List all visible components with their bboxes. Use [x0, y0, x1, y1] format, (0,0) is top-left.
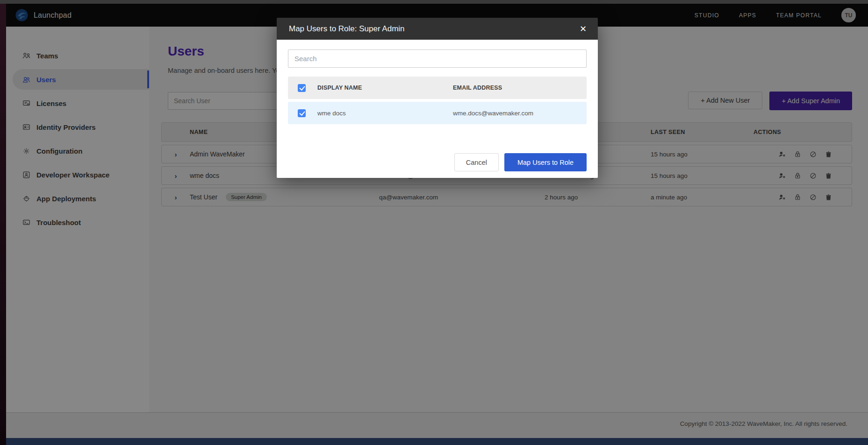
cancel-button[interactable]: Cancel [454, 153, 499, 171]
select-all-checkbox[interactable] [298, 84, 306, 92]
map-users-to-role-button[interactable]: Map Users to Role [504, 153, 587, 171]
modal-row-email: wme.docs@wavemaker.com [453, 110, 579, 117]
header-email-address: EMAIL ADDRESS [453, 85, 579, 91]
modal-header: Map Users to Role: Super Admin ✕ [277, 18, 598, 40]
modal-table-row[interactable]: wme docs wme.docs@wavemaker.com [288, 102, 587, 124]
map-users-modal: Map Users to Role: Super Admin ✕ DISPLAY… [277, 18, 598, 178]
row-checkbox[interactable] [298, 109, 306, 117]
modal-body: DISPLAY NAME EMAIL ADDRESS wme docs wme.… [277, 40, 598, 178]
modal-row-display-name: wme docs [317, 110, 453, 117]
modal-close-button[interactable]: ✕ [580, 25, 587, 33]
header-display-name: DISPLAY NAME [317, 85, 453, 91]
modal-title: Map Users to Role: Super Admin [289, 24, 405, 34]
modal-footer: Cancel Map Users to Role [288, 153, 587, 171]
modal-table-header: DISPLAY NAME EMAIL ADDRESS [288, 77, 587, 99]
close-icon: ✕ [580, 24, 587, 34]
modal-search-input[interactable] [288, 49, 587, 68]
